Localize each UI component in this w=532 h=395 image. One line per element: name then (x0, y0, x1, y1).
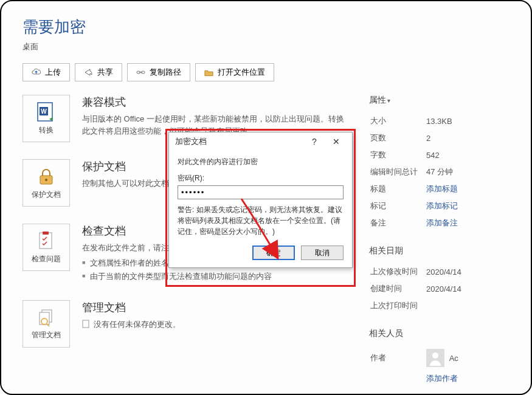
svg-rect-14 (83, 320, 89, 328)
prop-label: 创建时间 (370, 281, 425, 297)
dialog-heading: 对此文件的内容进行加密 (178, 157, 344, 167)
page-subtitle: 桌面 (22, 41, 513, 52)
inspect-tile[interactable]: 检查问题 (22, 224, 70, 271)
prop-value: 2020/4/14 (426, 264, 502, 280)
dialog-warning: 警告: 如果丢失或忘记密码，则无法将其恢复。建议将密码列表及其相应文档名放在一个… (178, 204, 344, 237)
share-icon (84, 68, 93, 77)
add-author-link[interactable]: 添加作者 (426, 371, 502, 386)
upload-button[interactable]: 上传 (22, 63, 70, 81)
word-doc-icon: W (36, 102, 57, 123)
checklist-icon (36, 231, 57, 252)
manage-tile[interactable]: 管理文档 (22, 300, 70, 348)
inspect-item: 由于当前的文件类型而无法检查辅助功能问题的内容 (82, 270, 351, 283)
prop-value: 542 (426, 147, 502, 163)
manage-body: 没有任何未保存的更改。 (82, 318, 351, 331)
svg-rect-9 (43, 232, 49, 235)
prop-label: 标记 (370, 198, 425, 214)
prop-label: 页数 (370, 130, 425, 146)
prop-label: 上次打印时间 (370, 298, 425, 314)
convert-tile[interactable]: W 转换 (22, 95, 70, 142)
prop-label: 上次修改时间 (370, 264, 425, 280)
svg-rect-8 (40, 233, 52, 249)
help-button[interactable]: ? (303, 137, 325, 146)
copy-path-button[interactable]: 复制路径 (127, 63, 190, 81)
prop-label: 备注 (370, 215, 425, 231)
svg-text:W: W (41, 108, 47, 115)
folder-open-icon (204, 68, 213, 77)
page-title: 需要加密 (22, 16, 513, 38)
prop-value: 13.3KB (426, 113, 502, 129)
cloud-upload-icon (32, 68, 41, 77)
documents-icon (36, 307, 57, 328)
prop-value: 2 (426, 130, 502, 146)
svg-point-16 (432, 352, 438, 359)
svg-point-7 (45, 179, 47, 181)
password-input[interactable] (178, 185, 344, 199)
compat-title: 兼容模式 (82, 95, 351, 109)
share-button[interactable]: 共享 (75, 63, 122, 81)
author-name: Ac (449, 354, 458, 363)
encrypt-dialog: 加密文档 ? ✕ 对此文件的内容进行加密 密码(R): 警告: 如果丢失或忘记密… (168, 132, 353, 268)
protect-tile[interactable]: 保护文档 (22, 159, 70, 207)
prop-label: 作者 (370, 346, 425, 369)
related-dates-header: 相关日期 (369, 246, 503, 256)
add-title-link[interactable]: 添加标题 (426, 181, 502, 197)
toolbar: 上传 共享 复制路径 打开文件位置 (22, 63, 513, 81)
properties-header[interactable]: 属性 (369, 95, 503, 106)
ok-button[interactable]: 确定 (252, 246, 295, 260)
avatar (426, 349, 444, 367)
prop-label: 字数 (370, 147, 425, 163)
cancel-button[interactable]: 取消 (301, 246, 344, 260)
open-location-button[interactable]: 打开文件位置 (195, 63, 274, 81)
prop-value: 47 分钟 (426, 164, 502, 180)
prop-label: 大小 (370, 113, 425, 129)
close-button[interactable]: ✕ (325, 137, 347, 146)
prop-label: 标题 (370, 181, 425, 197)
add-note-link[interactable]: 添加备注 (426, 215, 502, 231)
lock-icon (36, 167, 57, 187)
related-people-header: 相关人员 (369, 328, 503, 339)
link-icon (136, 68, 145, 77)
manage-title: 管理文档 (82, 300, 351, 315)
add-tag-link[interactable]: 添加标记 (426, 198, 502, 214)
dialog-title: 加密文档 (175, 136, 207, 147)
prop-value: 2020/4/14 (426, 281, 502, 297)
prop-label: 编辑时间总计 (370, 164, 425, 180)
password-label: 密码(R): (178, 173, 344, 184)
